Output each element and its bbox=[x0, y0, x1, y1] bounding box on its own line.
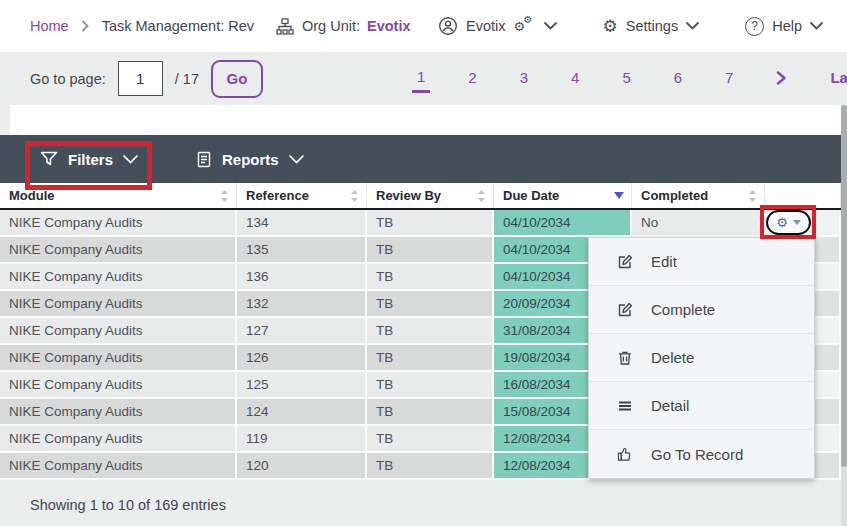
cell-reference: 136 bbox=[237, 264, 367, 291]
cell-module: NIKE Company Audits bbox=[0, 318, 237, 345]
column-header-review-by[interactable]: Review By bbox=[367, 183, 494, 208]
cell-reference: 120 bbox=[237, 453, 367, 480]
gears-icon: ⚙ ⚙ bbox=[514, 16, 536, 36]
sort-icon bbox=[748, 190, 757, 202]
org-unit-value: Evotix bbox=[367, 18, 411, 34]
table-toolbar: Filters Reports bbox=[0, 135, 841, 183]
user-menu[interactable]: Evotix ⚙ ⚙ bbox=[438, 16, 557, 36]
menu-item-go-to-record[interactable]: Go To Record bbox=[589, 430, 814, 478]
cell-review-by: TB bbox=[367, 210, 494, 237]
cell-review-by: TB bbox=[367, 426, 494, 453]
row-actions-button[interactable]: ⚙ bbox=[766, 210, 811, 235]
column-header-module[interactable]: Module bbox=[0, 183, 237, 208]
cell-reference: 132 bbox=[237, 291, 367, 318]
last-page-link[interactable]: Last bbox=[825, 66, 847, 91]
column-header-reference[interactable]: Reference bbox=[237, 183, 367, 208]
menu-item-detail[interactable]: Detail bbox=[589, 382, 814, 430]
org-unit-label: Org Unit: bbox=[302, 18, 360, 34]
chevron-down-icon bbox=[686, 22, 699, 30]
column-header-actions bbox=[765, 183, 841, 208]
cell-reference: 135 bbox=[237, 237, 367, 264]
table-row: NIKE Company Audits 134 TB 04/10/2034 No bbox=[0, 210, 841, 237]
cell-module: NIKE Company Audits bbox=[0, 210, 237, 237]
page-number-input[interactable] bbox=[118, 61, 163, 96]
help-label: Help bbox=[772, 18, 802, 34]
cell-review-by: TB bbox=[367, 291, 494, 318]
help-menu[interactable]: ? Help bbox=[745, 17, 823, 36]
gear-icon: ⚙ bbox=[776, 216, 788, 229]
top-nav: Home Task Management: Rev Org Unit: bbox=[0, 0, 847, 52]
menu-item-delete[interactable]: Delete bbox=[589, 334, 814, 382]
vertical-scrollbar[interactable] bbox=[841, 105, 847, 526]
report-icon bbox=[196, 151, 212, 168]
page-link-1[interactable]: 1 bbox=[412, 65, 430, 93]
table-header-row: Module Reference Review By Due Date Comp… bbox=[0, 183, 841, 210]
cell-reference: 124 bbox=[237, 399, 367, 426]
menu-item-edit[interactable]: Edit bbox=[589, 238, 814, 286]
content-card-top bbox=[10, 105, 841, 135]
breadcrumb-home-link[interactable]: Home bbox=[30, 18, 69, 34]
user-name: Evotix bbox=[466, 18, 506, 34]
breadcrumb-chevron-icon bbox=[81, 20, 90, 32]
cell-module: NIKE Company Audits bbox=[0, 426, 237, 453]
settings-menu[interactable]: ⚙ Settings bbox=[603, 18, 700, 35]
pagination-bar: Go to page: / 17 Go 1 2 3 4 5 6 7 Last bbox=[0, 52, 847, 105]
org-unit[interactable]: Org Unit: Evotix bbox=[276, 18, 411, 35]
breadcrumb: Home Task Management: Rev bbox=[30, 18, 254, 34]
column-header-completed[interactable]: Completed bbox=[632, 183, 765, 208]
complete-icon bbox=[617, 302, 633, 318]
cell-reference: 126 bbox=[237, 345, 367, 372]
page-link-4[interactable]: 4 bbox=[566, 66, 584, 91]
cell-reference: 119 bbox=[237, 426, 367, 453]
scrollbar-thumb[interactable] bbox=[841, 105, 847, 467]
menu-item-complete[interactable]: Complete bbox=[589, 286, 814, 334]
settings-label: Settings bbox=[626, 18, 678, 34]
sort-icon bbox=[477, 190, 486, 202]
caret-down-icon bbox=[793, 220, 801, 225]
cell-module: NIKE Company Audits bbox=[0, 345, 237, 372]
cell-completed: No bbox=[632, 210, 765, 237]
reports-dropdown-button[interactable]: Reports bbox=[196, 151, 304, 168]
cell-reference: 125 bbox=[237, 372, 367, 399]
nav-right: Evotix ⚙ ⚙ ⚙ Settings ? Help bbox=[438, 16, 823, 36]
org-chart-icon bbox=[276, 18, 294, 35]
cell-module: NIKE Company Audits bbox=[0, 399, 237, 426]
next-page-icon[interactable] bbox=[771, 68, 792, 90]
cell-review-by: TB bbox=[367, 453, 494, 480]
user-icon bbox=[438, 16, 458, 36]
sort-icon bbox=[220, 190, 229, 202]
cell-review-by: TB bbox=[367, 399, 494, 426]
help-icon: ? bbox=[745, 17, 764, 36]
chevron-down-icon bbox=[123, 155, 138, 164]
filter-icon bbox=[40, 151, 58, 167]
reports-label: Reports bbox=[222, 151, 279, 168]
goto-page-label: Go to page: bbox=[30, 71, 106, 87]
thumbs-up-icon bbox=[617, 446, 633, 462]
cell-module: NIKE Company Audits bbox=[0, 291, 237, 318]
page-link-6[interactable]: 6 bbox=[669, 66, 687, 91]
go-button[interactable]: Go bbox=[211, 60, 263, 98]
cell-review-by: TB bbox=[367, 345, 494, 372]
cell-review-by: TB bbox=[367, 237, 494, 264]
cell-module: NIKE Company Audits bbox=[0, 237, 237, 264]
chevron-down-icon bbox=[544, 22, 557, 30]
page-link-3[interactable]: 3 bbox=[515, 66, 533, 91]
sort-desc-icon bbox=[614, 192, 624, 199]
row-actions-menu: Edit Complete bbox=[588, 237, 815, 479]
chevron-down-icon bbox=[289, 155, 304, 164]
cell-module: NIKE Company Audits bbox=[0, 453, 237, 480]
column-header-due-date[interactable]: Due Date bbox=[494, 183, 632, 208]
page-link-2[interactable]: 2 bbox=[463, 66, 481, 91]
page-link-7[interactable]: 7 bbox=[720, 66, 738, 91]
screen: Home Task Management: Rev Org Unit: bbox=[0, 0, 847, 526]
filters-label: Filters bbox=[68, 151, 113, 168]
chevron-down-icon bbox=[810, 22, 823, 30]
cell-module: NIKE Company Audits bbox=[0, 264, 237, 291]
list-icon bbox=[617, 398, 633, 414]
page-link-5[interactable]: 5 bbox=[617, 66, 635, 91]
filters-dropdown-button[interactable]: Filters bbox=[40, 151, 138, 168]
cell-reference: 127 bbox=[237, 318, 367, 345]
cell-review-by: TB bbox=[367, 372, 494, 399]
gear-icon: ⚙ bbox=[603, 18, 618, 35]
edit-icon bbox=[617, 254, 633, 270]
